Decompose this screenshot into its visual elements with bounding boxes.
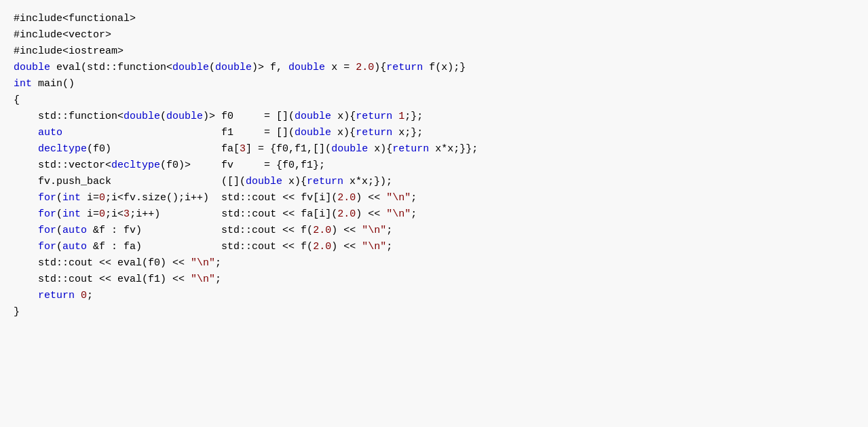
code-line-4: double eval(std::function<double(double)… — [14, 60, 854, 76]
code-line-2: #include<vector> — [14, 27, 854, 43]
code-line-11: fv.push_back ([](double x){return x*x;})… — [14, 174, 854, 190]
code-line-13: for(int i=0;i<3;i++) std::cout << fa[i](… — [14, 206, 854, 223]
code-line-14: for(auto &f : fv) std::cout << f(2.0) <<… — [14, 223, 854, 239]
code-line-12: for(int i=0;i<fv.size();i++) std::cout <… — [14, 190, 854, 206]
code-line-1: #include<functional> — [14, 11, 854, 27]
code-line-15: for(auto &f : fa) std::cout << f(2.0) <<… — [14, 239, 854, 255]
code-line-19: } — [14, 304, 854, 320]
code-line-5: int main() — [14, 76, 854, 92]
code-line-8: auto f1 = [](double x){return x;}; — [14, 125, 854, 141]
code-line-9: decltype(f0) fa[3] = {f0,f1,[](double x)… — [14, 141, 854, 157]
code-line-7: std::function<double(double)> f0 = [](do… — [14, 109, 854, 125]
code-editor: #include<functional> #include<vector> #i… — [0, 0, 868, 427]
code-line-6: { — [14, 92, 854, 109]
code-line-10: std::vector<decltype(f0)> fv = {f0,f1}; — [14, 157, 854, 174]
code-line-18: return 0; — [14, 288, 854, 304]
code-line-17: std::cout << eval(f1) << "\n"; — [14, 272, 854, 288]
code-line-3: #include<iostream> — [14, 43, 854, 60]
code-line-16: std::cout << eval(f0) << "\n"; — [14, 255, 854, 272]
